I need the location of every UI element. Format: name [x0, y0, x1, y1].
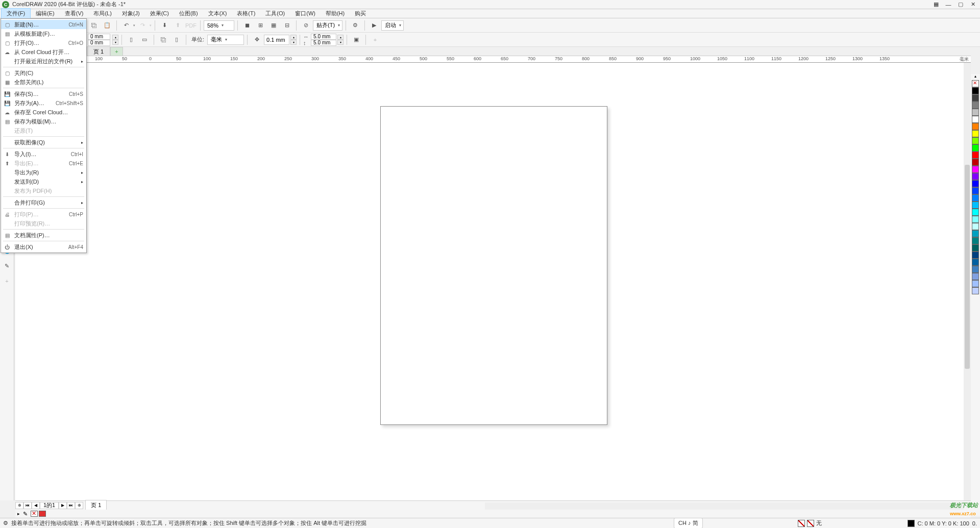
redo-icon[interactable]: ↷	[136, 20, 149, 31]
file-menu-item[interactable]: ▤从模板新建(F)…	[1, 29, 86, 38]
menu-9[interactable]: 工具(O)	[260, 9, 290, 18]
portrait-icon[interactable]: ▯	[125, 34, 137, 45]
menu-4[interactable]: 对象(J)	[117, 9, 145, 18]
maximize-button[interactable]: ▢	[955, 1, 966, 8]
color-swatch[interactable]	[972, 223, 979, 230]
pdf-icon[interactable]: PDF	[185, 20, 197, 31]
menu-11[interactable]: 帮助(H)	[321, 9, 350, 18]
file-menu-item[interactable]: ▦全部关闭(L)	[1, 78, 86, 87]
treat-as-filled-icon[interactable]: ▣	[350, 34, 362, 45]
launch-combo[interactable]: 启动 ▾	[381, 20, 404, 31]
color-swatch[interactable]	[972, 287, 979, 294]
scrollbar-thumb[interactable]	[965, 165, 970, 369]
color-swatch[interactable]	[972, 180, 979, 187]
color-swatch[interactable]	[972, 259, 979, 266]
snap-off-icon[interactable]: ⊘	[300, 20, 312, 31]
last-page-icon[interactable]: ⏭	[67, 502, 75, 509]
file-menu-item[interactable]: 💾保存(S)…Ctrl+S	[1, 89, 86, 98]
file-menu-item[interactable]: 发送到(D)▸	[1, 177, 86, 186]
ime-indicator[interactable]: CH ♪ 简	[674, 518, 703, 528]
color-swatch[interactable]	[972, 266, 979, 273]
color-swatch[interactable]	[972, 216, 979, 223]
export-icon[interactable]: ⬆	[172, 20, 184, 31]
color-swatch[interactable]	[972, 209, 979, 216]
color-swatch[interactable]	[972, 252, 979, 259]
snap-combo[interactable]: 贴齐(T) ▾	[313, 20, 342, 31]
color-swatch[interactable]	[972, 130, 979, 137]
show-grid-icon[interactable]: ▦	[267, 20, 280, 31]
obj-x-input[interactable]	[88, 34, 110, 40]
menu-8[interactable]: 表格(T)	[232, 9, 260, 18]
dup-y-input[interactable]	[311, 40, 336, 46]
gear-icon[interactable]: ⚙	[3, 520, 8, 526]
file-menu-item[interactable]: ⏻退出(X)Alt+F4	[1, 242, 86, 252]
menu-5[interactable]: 效果(C)	[145, 9, 174, 18]
color-row-arrow-icon[interactable]: ▸	[17, 511, 20, 516]
minimize-button[interactable]: —	[943, 1, 953, 8]
file-menu-item[interactable]: 导出为(R)▸	[1, 168, 86, 177]
menu-1[interactable]: 编辑(E)	[31, 9, 60, 18]
file-menu-item[interactable]: 合并打印(G)▸	[1, 198, 86, 207]
color-swatch[interactable]	[972, 159, 979, 166]
color-swatch[interactable]	[972, 152, 979, 159]
current-page-icon[interactable]: ▯	[170, 34, 183, 45]
settings-icon[interactable]: ▦	[931, 1, 941, 8]
vertical-scrollbar[interactable]	[964, 63, 971, 500]
color-swatch[interactable]	[972, 273, 979, 280]
color-sample-icon[interactable]	[908, 520, 915, 527]
launch-icon[interactable]: ▶	[368, 20, 380, 31]
file-menu-item[interactable]: 打开最近用过的文件(R)▸	[1, 57, 86, 66]
file-menu-item[interactable]: 💾另存为(A)…Ctrl+Shift+S	[1, 98, 86, 108]
color-swatch[interactable]	[972, 187, 979, 194]
file-menu-item[interactable]: ▤保存为模版(M)…	[1, 117, 86, 126]
no-fill-swatch[interactable]	[972, 80, 979, 87]
paste-icon[interactable]: 📋	[101, 20, 113, 31]
file-menu-item[interactable]: 获取图像(Q)▸	[1, 138, 86, 147]
color-swatch[interactable]	[972, 173, 979, 180]
page-nav-label[interactable]: 页 1	[85, 500, 107, 511]
menu-7[interactable]: 文本(X)	[203, 9, 232, 18]
outline-tool-icon[interactable]: ✎	[2, 260, 13, 271]
menu-12[interactable]: 购买	[350, 9, 371, 18]
color-swatch[interactable]	[972, 116, 979, 123]
color-swatch[interactable]	[972, 94, 979, 102]
add-preset-icon[interactable]: +	[369, 34, 381, 45]
color-swatch[interactable]	[972, 123, 979, 130]
add-page-before-icon[interactable]: ⊕	[15, 502, 23, 509]
next-page-icon[interactable]: ▶	[59, 502, 67, 509]
undo-icon[interactable]: ↶	[120, 20, 132, 31]
first-page-icon[interactable]: ⏮	[23, 502, 32, 509]
menu-3[interactable]: 布局(L)	[88, 9, 116, 18]
prev-page-icon[interactable]: ◀	[32, 502, 40, 509]
landscape-icon[interactable]: ▭	[138, 34, 151, 45]
edit-color-icon[interactable]: ✎	[23, 511, 28, 517]
file-menu-item[interactable]: ▢打开(O)…Ctrl+O	[1, 38, 86, 47]
options-icon[interactable]: ⚙	[349, 20, 361, 31]
add-page-after-icon[interactable]: ⊕	[75, 502, 83, 509]
import-icon[interactable]: ⬇	[158, 20, 170, 31]
obj-y-input[interactable]	[88, 40, 110, 46]
color-swatch[interactable]	[972, 194, 979, 202]
nudge-icon[interactable]: ✥	[251, 34, 263, 45]
color-swatch[interactable]	[972, 237, 979, 244]
color-swatch-red[interactable]	[39, 511, 46, 517]
file-menu-item[interactable]: ▢新建(N)…Ctrl+N	[1, 20, 86, 29]
color-swatch[interactable]	[972, 137, 979, 144]
fullscreen-icon[interactable]: ◼	[241, 20, 253, 31]
color-swatch[interactable]	[972, 230, 979, 237]
outline-indicator-icon[interactable]	[807, 520, 814, 527]
color-swatch[interactable]	[972, 280, 979, 287]
menu-6[interactable]: 位图(B)	[174, 9, 203, 18]
horizontal-scrollbar[interactable]	[485, 502, 964, 510]
nudge-input[interactable]	[264, 35, 289, 45]
color-swatch[interactable]	[972, 202, 979, 209]
color-swatch[interactable]	[972, 87, 979, 94]
all-pages-icon[interactable]: ⿻	[157, 34, 169, 45]
copy-icon[interactable]: ⿻	[88, 20, 100, 31]
show-rulers-icon[interactable]: ⊞	[254, 20, 266, 31]
file-menu-item[interactable]: ☁从 Corel Cloud 打开…	[1, 47, 86, 57]
color-swatch[interactable]	[972, 166, 979, 173]
add-page-button[interactable]: +	[110, 47, 122, 56]
no-color-swatch[interactable]: ✕	[31, 511, 38, 517]
show-guides-icon[interactable]: ⊟	[281, 20, 293, 31]
